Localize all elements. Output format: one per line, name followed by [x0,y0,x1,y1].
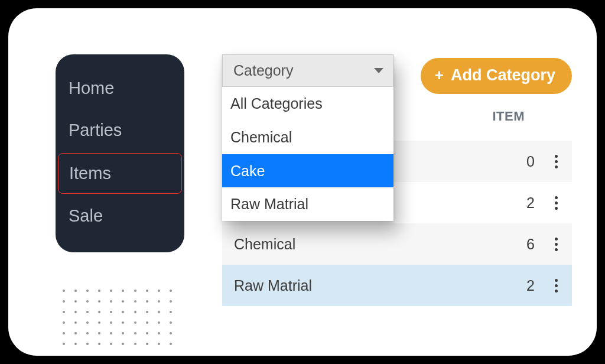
dropdown-option-cake[interactable]: Cake [222,154,393,188]
row-name: Chemical [234,236,295,253]
table-row[interactable]: Chemical 6 [222,223,572,265]
add-category-button[interactable]: + Add Category [421,58,572,94]
nav-items[interactable]: Items [58,153,182,194]
nav-home[interactable]: Home [56,67,184,109]
kebab-icon[interactable] [549,151,564,172]
table-row[interactable]: Raw Matrial 2 [222,265,572,306]
nav-parties[interactable]: Parties [56,109,184,151]
app-card: Home Parties Items Sale + Add Category I… [8,8,597,356]
add-category-label: Add Category [451,66,555,84]
dropdown-option-all[interactable]: All Categories [222,87,393,121]
row-count: 0 [523,153,535,170]
chevron-down-icon [374,68,383,73]
kebab-icon[interactable] [549,234,564,255]
kebab-icon[interactable] [549,193,564,213]
row-name: Raw Matrial [234,277,312,294]
row-count: 2 [523,194,535,212]
row-count: 6 [523,236,535,253]
dropdown-option-chemical[interactable]: Chemical [222,121,393,154]
row-count: 2 [523,277,535,294]
decorative-dots [63,290,173,345]
kebab-icon[interactable] [549,275,564,296]
dropdown-toggle[interactable]: Category [222,54,393,87]
plus-icon: + [435,72,444,79]
sidebar: Home Parties Items Sale [56,54,184,252]
nav-sale[interactable]: Sale [56,195,184,237]
category-dropdown: Category All Categories Chemical Cake Ra… [222,54,393,221]
dropdown-option-raw-matrial[interactable]: Raw Matrial [222,187,393,221]
dropdown-label: Category [233,62,293,79]
